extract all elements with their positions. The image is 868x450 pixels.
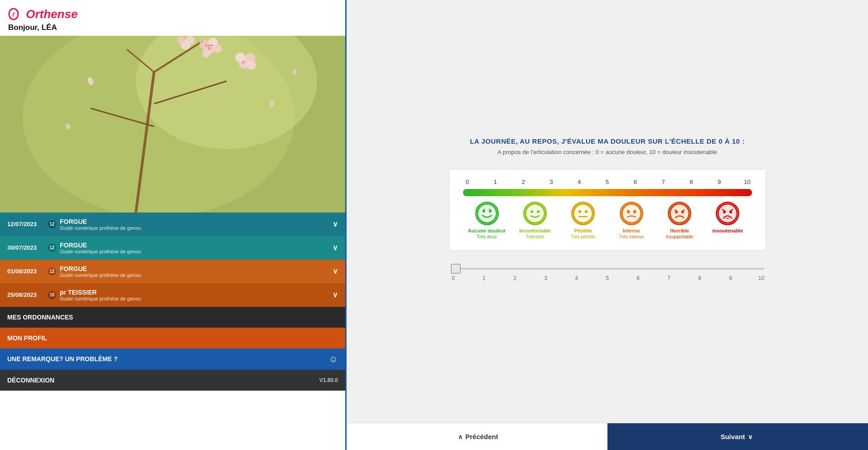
svg-point-16 bbox=[177, 36, 185, 44]
slider-labels: 0 1 2 3 4 5 6 7 8 9 10 bbox=[449, 275, 766, 281]
profil-label: MON PROFIL bbox=[7, 334, 47, 342]
prev-arrow-icon: ∧ bbox=[458, 433, 463, 440]
svg-point-36 bbox=[489, 210, 492, 213]
info-1: FORGUE Guide numérique prothèse de genou bbox=[60, 218, 141, 231]
date-1: 12/07/2023 bbox=[7, 221, 48, 227]
svg-point-38 bbox=[530, 210, 533, 213]
info-3: FORGUE Guide numérique prothèse de genou bbox=[60, 265, 141, 278]
scale-container: 0 1 2 3 4 5 6 7 8 9 10 bbox=[449, 169, 766, 251]
label-intense: Intense bbox=[622, 228, 640, 233]
svg-point-40 bbox=[574, 204, 593, 223]
svg-text:r: r bbox=[12, 10, 15, 18]
menu-remarque[interactable]: UNE REMARQUE? UN PROBLÈME ? ☺ bbox=[0, 348, 345, 370]
emoji-face-intense bbox=[620, 202, 643, 225]
emoji-intense: Intense Très intense bbox=[608, 202, 656, 239]
svg-point-28 bbox=[205, 44, 207, 46]
badge-4: 10 bbox=[48, 291, 56, 299]
chevron-3: ∨ bbox=[333, 267, 338, 276]
emoji-aucune: Aucune douleur Très doux bbox=[463, 202, 511, 239]
menu-row-3[interactable]: 01/08/2023 12 FORGUE Guide numérique pro… bbox=[0, 260, 345, 283]
sublabel-intense: Très intense bbox=[619, 234, 644, 239]
svg-point-34 bbox=[477, 204, 497, 223]
emoji-face-horrible bbox=[668, 202, 691, 225]
label-insoutenable: insoutenable bbox=[712, 228, 743, 233]
slider-thumb[interactable] bbox=[451, 264, 461, 274]
menu-row-1[interactable]: 12/07/2023 12 FORGUE Guide numérique pro… bbox=[0, 213, 345, 236]
right-content: LA JOURNÉE, AU REPOS, J'ÉVALUE MA DOULEU… bbox=[347, 0, 868, 423]
svg-point-27 bbox=[208, 44, 210, 46]
label-inconfortable: Inconfortable bbox=[519, 228, 551, 233]
svg-point-42 bbox=[585, 210, 588, 213]
svg-point-13 bbox=[213, 44, 222, 53]
prev-button[interactable]: ∧ Précédent bbox=[347, 423, 608, 450]
label-horrible: Horrible bbox=[670, 228, 689, 233]
svg-point-39 bbox=[537, 210, 540, 213]
question-subtitle: A propos de l'articulation concernée : 0… bbox=[497, 149, 717, 155]
slider-wrapper bbox=[449, 268, 766, 270]
sublabel-horrible: Insupportable bbox=[666, 234, 694, 239]
date-3: 01/08/2023 bbox=[7, 268, 48, 275]
scale-numbers: 0 1 2 3 4 5 6 7 8 9 10 bbox=[463, 179, 752, 185]
emoji-face-penible bbox=[571, 202, 595, 225]
left-panel: r Orthense Bonjour, LÉA bbox=[0, 0, 345, 450]
slider-area: 0 1 2 3 4 5 6 7 8 9 10 bbox=[449, 264, 766, 281]
version-text: V1.80.0 bbox=[319, 377, 338, 383]
chevron-1: ∨ bbox=[333, 220, 338, 228]
right-panel: LA JOURNÉE, AU REPOS, J'ÉVALUE MA DOULEU… bbox=[345, 0, 868, 450]
emoji-row: Aucune douleur Très doux Inconfortable T… bbox=[463, 202, 752, 239]
header: r Orthense Bonjour, LÉA bbox=[0, 0, 345, 36]
svg-point-44 bbox=[622, 204, 641, 223]
svg-point-50 bbox=[718, 204, 737, 223]
menu-row-2[interactable]: 30/07/2023 12 FORGUE Guide numérique pro… bbox=[0, 236, 345, 260]
svg-point-23 bbox=[242, 61, 245, 63]
emoji-face-aucune bbox=[475, 202, 499, 225]
menu-items: 12/07/2023 12 FORGUE Guide numérique pro… bbox=[0, 213, 345, 450]
svg-point-29 bbox=[211, 44, 213, 46]
logo-text: Orthense bbox=[26, 7, 77, 21]
emoji-face-inconfortable bbox=[523, 202, 547, 225]
emoji-horrible: Horrible Insupportable bbox=[656, 202, 704, 239]
scale-bar bbox=[463, 189, 752, 196]
next-arrow-icon: ∨ bbox=[748, 433, 752, 440]
emoji-insoutenable: insoutenable bbox=[704, 202, 752, 234]
logo: r Orthense bbox=[8, 6, 337, 21]
question-title: LA JOURNÉE, AU REPOS, J'ÉVALUE MA DOULEU… bbox=[470, 137, 744, 145]
label-penible: Pénible bbox=[574, 228, 592, 233]
info-4: pr TEISSIER Guide numérique prothèse de … bbox=[60, 289, 141, 301]
hero-image bbox=[0, 36, 345, 213]
menu-row-4[interactable]: 25/08/2023 10 pr TEISSIER Guide numériqu… bbox=[0, 283, 345, 307]
date-2: 30/07/2023 bbox=[7, 244, 48, 251]
prev-label: Précédent bbox=[465, 433, 498, 440]
sublabel-penible: Très pénible bbox=[571, 234, 596, 239]
svg-point-47 bbox=[670, 204, 689, 223]
svg-point-35 bbox=[482, 210, 485, 213]
badge-1: 12 bbox=[48, 220, 56, 228]
badge-2: 12 bbox=[48, 244, 56, 252]
ordonnances-label: MES ORDONNANCES bbox=[7, 314, 73, 321]
chevron-2: ∨ bbox=[333, 243, 338, 252]
svg-point-14 bbox=[202, 50, 210, 58]
next-label: Suivant bbox=[720, 433, 745, 440]
menu-ordonnances[interactable]: MES ORDONNANCES bbox=[0, 307, 345, 328]
sublabel-aucune: Très doux bbox=[477, 234, 497, 239]
greeting: Bonjour, LÉA bbox=[8, 23, 337, 32]
emoji-penible: Pénible Très pénible bbox=[559, 202, 607, 239]
next-button[interactable]: Suivant ∨ bbox=[608, 423, 868, 450]
deconnexion-label: DÉCONNEXION bbox=[7, 377, 54, 384]
menu-profil[interactable]: MON PROFIL bbox=[0, 328, 345, 348]
smiley-icon: ☺ bbox=[329, 354, 338, 364]
date-4: 25/08/2023 bbox=[7, 291, 48, 298]
label-aucune: Aucune douleur bbox=[468, 228, 506, 233]
menu-deconnexion[interactable]: DÉCONNEXION V1.80.0 bbox=[0, 370, 345, 391]
svg-point-37 bbox=[526, 204, 545, 223]
chevron-4: ∨ bbox=[333, 290, 338, 299]
emoji-face-insoutenable bbox=[716, 202, 739, 225]
svg-point-21 bbox=[247, 61, 256, 70]
badge-3: 12 bbox=[48, 267, 56, 276]
info-2: FORGUE Guide numérique prothèse de genou bbox=[60, 242, 141, 254]
svg-point-41 bbox=[579, 210, 581, 213]
emoji-inconfortable: Inconfortable Tolérable bbox=[511, 202, 559, 239]
remarque-label: UNE REMARQUE? UN PROBLÈME ? bbox=[7, 355, 117, 363]
right-footer: ∧ Précédent Suivant ∨ bbox=[347, 423, 868, 450]
svg-point-17 bbox=[186, 36, 195, 45]
